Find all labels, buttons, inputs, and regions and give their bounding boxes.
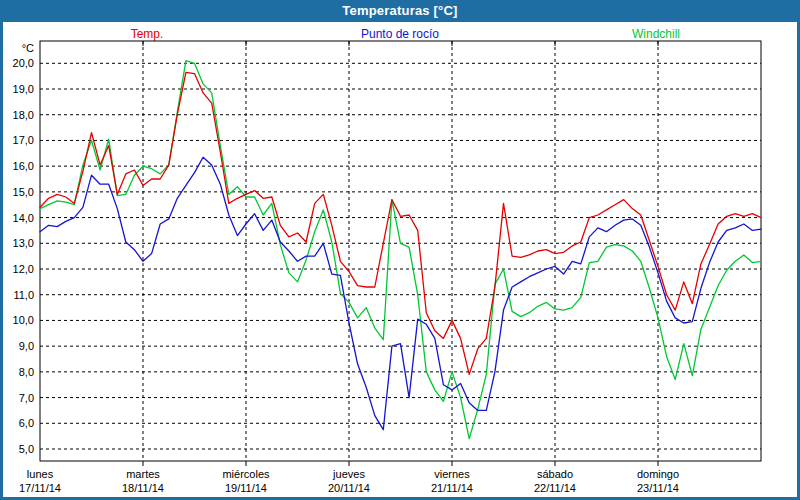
x-tick-date-label: 20/11/14 bbox=[328, 482, 370, 494]
y-tick-label: 17,0 bbox=[13, 134, 34, 146]
y-tick-label: 10,0 bbox=[13, 314, 34, 326]
window-frame-left bbox=[0, 0, 3, 500]
y-tick-label: 16,0 bbox=[13, 160, 34, 172]
y-tick-label: 12,0 bbox=[13, 263, 34, 275]
x-tick-date-label: 17/11/14 bbox=[19, 482, 61, 494]
y-tick-label: 8,0 bbox=[19, 366, 34, 378]
app-window: Temperaturas [°C] Temp. Punto de rocío W… bbox=[0, 0, 800, 500]
x-tick-date-label: 19/11/14 bbox=[225, 482, 267, 494]
x-tick-day-label: domingo bbox=[637, 468, 679, 480]
y-tick-label: 14,0 bbox=[13, 212, 34, 224]
x-tick-day-label: sábado bbox=[537, 468, 573, 480]
y-tick-label: 18,0 bbox=[13, 109, 34, 121]
y-tick-label: 5,0 bbox=[19, 443, 34, 455]
temperature-chart: °C20,019,018,017,016,015,014,013,012,011… bbox=[0, 0, 800, 500]
y-axis-unit-label: °C bbox=[22, 42, 34, 54]
y-tick-label: 15,0 bbox=[13, 186, 34, 198]
series-line-temp bbox=[40, 72, 761, 374]
y-tick-label: 13,0 bbox=[13, 237, 34, 249]
x-tick-day-label: miércoles bbox=[222, 468, 270, 480]
series-line-dew-point bbox=[40, 157, 761, 430]
y-tick-label: 9,0 bbox=[19, 340, 34, 352]
x-tick-date-label: 22/11/14 bbox=[534, 482, 576, 494]
x-tick-date-label: 18/11/14 bbox=[122, 482, 164, 494]
x-tick-day-label: viernes bbox=[434, 468, 470, 480]
x-tick-day-label: lunes bbox=[27, 468, 54, 480]
y-tick-label: 7,0 bbox=[19, 392, 34, 404]
x-tick-date-label: 21/11/14 bbox=[431, 482, 473, 494]
y-tick-label: 20,0 bbox=[13, 57, 34, 69]
y-tick-label: 11,0 bbox=[13, 289, 34, 301]
x-tick-date-label: 23/11/14 bbox=[637, 482, 679, 494]
y-tick-label: 6,0 bbox=[19, 417, 34, 429]
x-tick-day-label: martes bbox=[126, 468, 160, 480]
y-tick-label: 19,0 bbox=[13, 83, 34, 95]
x-tick-day-label: jueves bbox=[332, 468, 365, 480]
